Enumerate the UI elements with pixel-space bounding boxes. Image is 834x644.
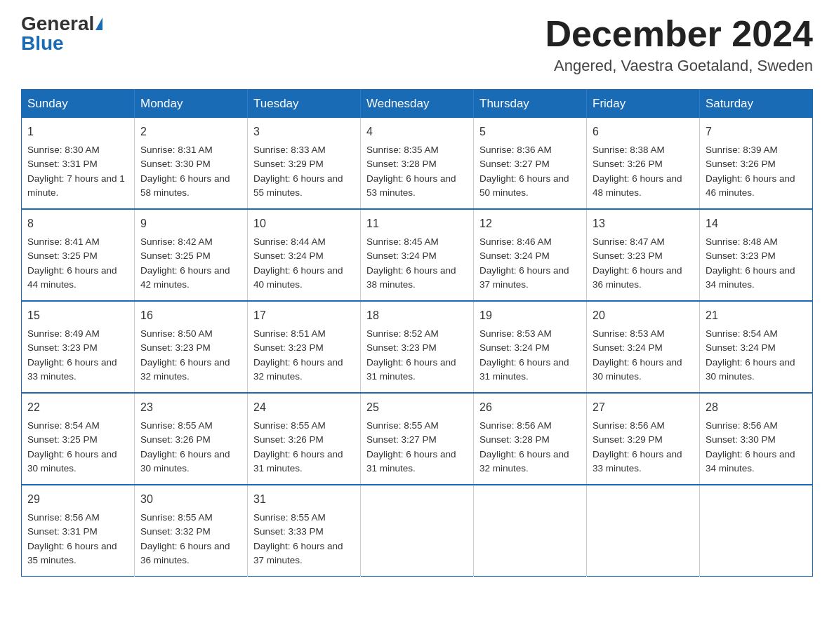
- calendar-cell: 9 Sunrise: 8:42 AM Sunset: 3:25 PM Dayli…: [135, 209, 248, 301]
- calendar-cell: 21 Sunrise: 8:54 AM Sunset: 3:24 PM Dayl…: [700, 301, 813, 393]
- sunrise-text: Sunrise: 8:56 AM: [27, 512, 100, 523]
- calendar-cell: 29 Sunrise: 8:56 AM Sunset: 3:31 PM Dayl…: [22, 485, 135, 577]
- day-number: 27: [593, 399, 694, 416]
- calendar-cell: 5 Sunrise: 8:36 AM Sunset: 3:27 PM Dayli…: [474, 118, 587, 209]
- daylight-text: Daylight: 6 hours and 35 minutes.: [27, 541, 117, 565]
- day-number: 24: [253, 399, 355, 416]
- daylight-text: Daylight: 6 hours and 31 minutes.: [253, 449, 343, 474]
- sunrise-text: Sunrise: 8:45 AM: [366, 236, 439, 247]
- header-saturday: Saturday: [700, 90, 813, 119]
- daylight-text: Daylight: 6 hours and 46 minutes.: [706, 173, 795, 198]
- daylight-text: Daylight: 6 hours and 53 minutes.: [366, 173, 456, 198]
- daylight-text: Daylight: 6 hours and 32 minutes.: [253, 357, 343, 382]
- sunset-text: Sunset: 3:26 PM: [253, 434, 324, 445]
- day-number: 6: [593, 123, 694, 140]
- sunrise-text: Sunrise: 8:55 AM: [140, 512, 213, 523]
- sunrise-text: Sunrise: 8:54 AM: [27, 420, 100, 431]
- sunset-text: Sunset: 3:32 PM: [140, 526, 211, 537]
- calendar-cell: 28 Sunrise: 8:56 AM Sunset: 3:30 PM Dayl…: [700, 393, 813, 485]
- sunrise-text: Sunrise: 8:52 AM: [366, 328, 439, 339]
- daylight-text: Daylight: 6 hours and 55 minutes.: [253, 173, 343, 198]
- calendar-cell: 20 Sunrise: 8:53 AM Sunset: 3:24 PM Dayl…: [587, 301, 700, 393]
- sunset-text: Sunset: 3:23 PM: [706, 250, 776, 261]
- daylight-text: Daylight: 6 hours and 30 minutes.: [706, 357, 795, 382]
- sunset-text: Sunset: 3:25 PM: [140, 250, 211, 261]
- day-number: 17: [253, 307, 355, 324]
- day-number: 9: [140, 215, 241, 232]
- calendar-cell: 4 Sunrise: 8:35 AM Sunset: 3:28 PM Dayli…: [361, 118, 474, 209]
- header-sunday: Sunday: [22, 90, 135, 119]
- day-number: 11: [366, 215, 468, 232]
- sunset-text: Sunset: 3:25 PM: [27, 434, 98, 445]
- daylight-text: Daylight: 6 hours and 30 minutes.: [27, 449, 117, 474]
- sunset-text: Sunset: 3:24 PM: [366, 250, 437, 261]
- calendar-cell: 27 Sunrise: 8:56 AM Sunset: 3:29 PM Dayl…: [587, 393, 700, 485]
- header-wednesday: Wednesday: [361, 90, 474, 119]
- header-friday: Friday: [587, 90, 700, 119]
- calendar-cell: 13 Sunrise: 8:47 AM Sunset: 3:23 PM Dayl…: [587, 209, 700, 301]
- calendar-table: Sunday Monday Tuesday Wednesday Thursday…: [21, 89, 813, 577]
- sunrise-text: Sunrise: 8:31 AM: [140, 145, 213, 155]
- sunset-text: Sunset: 3:30 PM: [140, 159, 211, 169]
- logo-blue-text: Blue: [21, 34, 64, 53]
- calendar-cell: 7 Sunrise: 8:39 AM Sunset: 3:26 PM Dayli…: [700, 118, 813, 209]
- daylight-text: Daylight: 6 hours and 34 minutes.: [706, 449, 795, 474]
- daylight-text: Daylight: 6 hours and 31 minutes.: [366, 449, 456, 474]
- day-number: 1: [27, 123, 128, 140]
- sunset-text: Sunset: 3:30 PM: [706, 434, 776, 445]
- month-title: December 2024: [545, 14, 813, 54]
- calendar-cell: 23 Sunrise: 8:55 AM Sunset: 3:26 PM Dayl…: [135, 393, 248, 485]
- title-block: December 2024 Angered, Vaestra Goetaland…: [545, 14, 813, 75]
- page-header: General Blue December 2024 Angered, Vaes…: [21, 14, 813, 75]
- calendar-cell: 16 Sunrise: 8:50 AM Sunset: 3:23 PM Dayl…: [135, 301, 248, 393]
- sunrise-text: Sunrise: 8:55 AM: [253, 420, 326, 431]
- daylight-text: Daylight: 6 hours and 31 minutes.: [366, 357, 456, 382]
- day-number: 13: [593, 215, 694, 232]
- daylight-text: Daylight: 6 hours and 58 minutes.: [140, 173, 230, 198]
- week-row-1: 1 Sunrise: 8:30 AM Sunset: 3:31 PM Dayli…: [22, 118, 813, 209]
- calendar-cell: 26 Sunrise: 8:56 AM Sunset: 3:28 PM Dayl…: [474, 393, 587, 485]
- calendar-cell: 10 Sunrise: 8:44 AM Sunset: 3:24 PM Dayl…: [248, 209, 361, 301]
- sunrise-text: Sunrise: 8:56 AM: [593, 420, 665, 431]
- calendar-cell: 17 Sunrise: 8:51 AM Sunset: 3:23 PM Dayl…: [248, 301, 361, 393]
- day-number: 20: [593, 307, 694, 324]
- daylight-text: Daylight: 6 hours and 36 minutes.: [140, 541, 230, 565]
- calendar-cell: [587, 485, 700, 577]
- calendar-cell: 25 Sunrise: 8:55 AM Sunset: 3:27 PM Dayl…: [361, 393, 474, 485]
- day-number: 16: [140, 307, 241, 324]
- calendar-cell: [700, 485, 813, 577]
- calendar-cell: 15 Sunrise: 8:49 AM Sunset: 3:23 PM Dayl…: [22, 301, 135, 393]
- day-number: 8: [27, 215, 128, 232]
- sunset-text: Sunset: 3:26 PM: [706, 159, 776, 169]
- sunset-text: Sunset: 3:25 PM: [27, 250, 98, 261]
- daylight-text: Daylight: 6 hours and 36 minutes.: [593, 265, 682, 290]
- sunset-text: Sunset: 3:31 PM: [27, 526, 98, 537]
- sunrise-text: Sunrise: 8:55 AM: [140, 420, 213, 431]
- sunset-text: Sunset: 3:28 PM: [479, 434, 550, 445]
- sunset-text: Sunset: 3:27 PM: [366, 434, 437, 445]
- calendar-cell: 22 Sunrise: 8:54 AM Sunset: 3:25 PM Dayl…: [22, 393, 135, 485]
- daylight-text: Daylight: 6 hours and 30 minutes.: [140, 449, 230, 474]
- sunrise-text: Sunrise: 8:39 AM: [706, 145, 778, 155]
- calendar-cell: [474, 485, 587, 577]
- weekday-header-row: Sunday Monday Tuesday Wednesday Thursday…: [22, 90, 813, 119]
- calendar-cell: 8 Sunrise: 8:41 AM Sunset: 3:25 PM Dayli…: [22, 209, 135, 301]
- daylight-text: Daylight: 7 hours and 1 minute.: [27, 173, 125, 198]
- daylight-text: Daylight: 6 hours and 42 minutes.: [140, 265, 230, 290]
- day-number: 25: [366, 399, 468, 416]
- calendar-cell: 3 Sunrise: 8:33 AM Sunset: 3:29 PM Dayli…: [248, 118, 361, 209]
- sunrise-text: Sunrise: 8:55 AM: [366, 420, 439, 431]
- sunset-text: Sunset: 3:24 PM: [253, 250, 324, 261]
- sunset-text: Sunset: 3:24 PM: [706, 342, 776, 353]
- sunset-text: Sunset: 3:29 PM: [593, 434, 663, 445]
- calendar-cell: 2 Sunrise: 8:31 AM Sunset: 3:30 PM Dayli…: [135, 118, 248, 209]
- sunrise-text: Sunrise: 8:35 AM: [366, 145, 439, 155]
- calendar-cell: 30 Sunrise: 8:55 AM Sunset: 3:32 PM Dayl…: [135, 485, 248, 577]
- day-number: 7: [706, 123, 807, 140]
- sunrise-text: Sunrise: 8:51 AM: [253, 328, 326, 339]
- sunset-text: Sunset: 3:31 PM: [27, 159, 98, 169]
- calendar-cell: 18 Sunrise: 8:52 AM Sunset: 3:23 PM Dayl…: [361, 301, 474, 393]
- sunset-text: Sunset: 3:24 PM: [593, 342, 663, 353]
- sunset-text: Sunset: 3:23 PM: [593, 250, 663, 261]
- daylight-text: Daylight: 6 hours and 32 minutes.: [479, 449, 569, 474]
